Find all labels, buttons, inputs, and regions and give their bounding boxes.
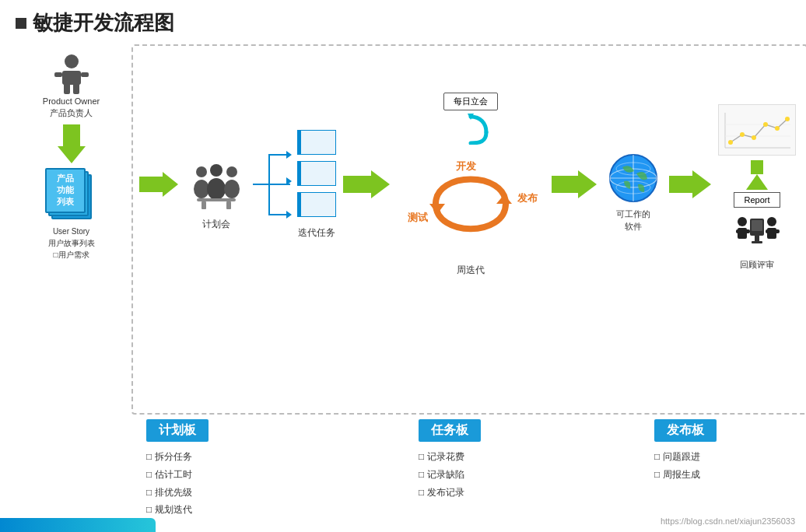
svg-rect-45 (752, 241, 762, 243)
release-item-1: 问题跟进 (654, 448, 789, 466)
svg-point-6 (196, 166, 207, 177)
svg-point-28 (728, 140, 733, 145)
svg-point-11 (224, 180, 240, 198)
report-label: Report (734, 192, 780, 208)
svg-point-0 (65, 54, 79, 68)
svg-point-30 (752, 135, 756, 140)
svg-marker-17 (429, 204, 445, 214)
orange-cycle: 开发 测试 发布 (397, 148, 545, 261)
sprint-label: 周迭代 (457, 264, 485, 277)
software-label: 可工作的 软件 (616, 208, 650, 233)
svg-point-31 (763, 122, 768, 127)
arrow-to-software (552, 170, 597, 198)
plan-board-items: 拆分任务 估计工时 排优先级 规划迭代 (146, 448, 296, 519)
user-story-label: User Story 用户故事列表 □用户需求 (48, 226, 95, 261)
task-board: 任务板 记录花费 记录缺陷 发布记录 (412, 419, 559, 532)
svg-rect-2 (54, 72, 62, 77)
branching-arrows (253, 134, 292, 235)
product-stack-icon: 产品功能列表 (44, 168, 100, 224)
svg-rect-41 (774, 229, 780, 233)
arrow-to-meeting (139, 172, 178, 197)
person-icon (51, 52, 92, 96)
svg-rect-5 (73, 83, 79, 94)
tasks-label: 迭代任务 (298, 226, 335, 240)
page-title: 敏捷开发流程图 (0, 0, 806, 41)
svg-rect-1 (62, 71, 81, 85)
svg-rect-37 (745, 229, 750, 233)
svg-point-38 (767, 217, 776, 226)
svg-rect-44 (755, 236, 759, 242)
arrow-to-sprint (343, 170, 390, 198)
svg-rect-4 (64, 83, 70, 94)
software-section: 可工作的 软件 (600, 136, 666, 233)
release-item-2: 周报生成 (654, 466, 789, 484)
task-item-3 (297, 192, 336, 217)
task-items-section: 迭代任务 (293, 130, 340, 240)
svg-point-33 (785, 117, 790, 121)
plan-item-4: 规划迭代 (146, 501, 296, 519)
plan-item-2: 估计工时 (146, 466, 296, 484)
meeting-section: 计划会 (181, 138, 251, 231)
release-board-items: 问题跟进 周报生成 (654, 448, 789, 484)
sprint-section: 每日立会 (393, 93, 548, 277)
task-item-1 (297, 130, 336, 155)
plan-item-1: 拆分任务 (146, 448, 296, 466)
task-item-2: 记录缺陷 (419, 466, 553, 484)
task-board-title: 任务板 (419, 419, 481, 442)
plan-board: 计划板 拆分任务 估计工时 排优先级 规划迭代 (140, 419, 302, 532)
test-label: 测试 (405, 210, 431, 226)
svg-rect-13 (202, 201, 206, 209)
globe-icon (607, 152, 660, 205)
title-square-icon (16, 18, 26, 29)
bottom-boards: 计划板 拆分任务 估计工时 排优先级 规划迭代 任务板 记录花费 记录缺陷 发布… (0, 415, 806, 532)
task-item-1: 记录花费 (419, 448, 553, 466)
arrow-to-report (669, 170, 711, 198)
meeting-icon (187, 161, 246, 212)
arrow-up-to-report (746, 160, 768, 190)
review-icon (733, 212, 781, 257)
svg-rect-12 (197, 198, 236, 201)
svg-rect-14 (226, 201, 231, 209)
task-item-2 (297, 161, 336, 186)
svg-rect-3 (81, 72, 89, 77)
develop-label: 开发 (453, 159, 479, 174)
svg-rect-40 (766, 229, 771, 233)
daily-standup: 每日立会 (443, 93, 498, 145)
svg-point-10 (226, 166, 237, 177)
release-board-title: 发布板 (654, 419, 717, 442)
svg-rect-43 (752, 220, 762, 231)
review-section: Report (714, 98, 800, 271)
plan-item-3: 排优先级 (146, 484, 296, 502)
product-list-label: 产品功能列表 (57, 173, 74, 208)
release-label: 发布 (514, 191, 541, 206)
svg-point-29 (740, 132, 745, 137)
meeting-label: 计划会 (202, 218, 230, 231)
svg-point-9 (207, 178, 226, 200)
bottom-accent-bar (0, 518, 156, 532)
task-board-items: 记录花费 记录缺陷 发布记录 (419, 448, 553, 501)
svg-rect-36 (736, 229, 741, 233)
svg-point-32 (775, 126, 780, 131)
task-item-3: 发布记录 (419, 484, 553, 502)
review-label: 回顾评审 (740, 259, 774, 271)
release-board: 发布板 问题跟进 周报生成 (648, 419, 795, 532)
mini-chart (718, 104, 796, 156)
svg-point-34 (738, 217, 747, 226)
watermark: https://blog.csdn.net/xiajun2356033 (661, 516, 795, 526)
po-label: Product Owner 产品负责人 (43, 96, 100, 120)
product-owner-section: Product Owner 产品负责人 产品功能列表 User Story 用户… (11, 44, 131, 415)
svg-point-8 (210, 164, 223, 177)
plan-board-title: 计划板 (146, 419, 209, 442)
refresh-icon (452, 114, 489, 145)
